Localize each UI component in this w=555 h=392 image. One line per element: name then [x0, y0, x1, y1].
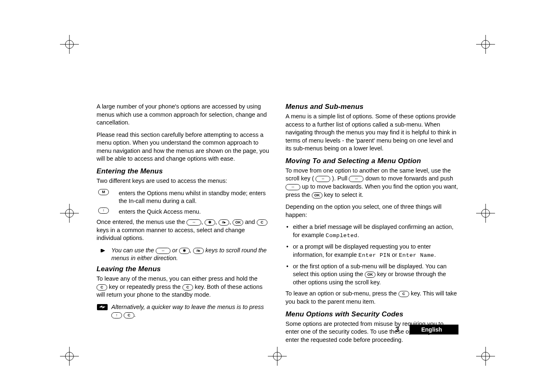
heading-security: Menu Options with Security Codes	[286, 310, 458, 318]
key-up-desc: enters the Quick Access menu.	[119, 208, 269, 216]
list-item: either a brief message will be displayed…	[286, 223, 458, 240]
lcd-text: Enter PIN	[359, 252, 390, 258]
m-key-icon: M	[98, 189, 109, 195]
page-number: 3	[396, 326, 399, 333]
tip-row: You can use the ◦◦ or ✱, #▸ keys to scro…	[97, 247, 269, 263]
hand-point-icon	[97, 247, 108, 254]
hash-key-icon: #▸	[219, 219, 229, 226]
page-footer: 3 English	[396, 325, 458, 334]
list-item: or a prompt will be displayed requesting…	[286, 243, 458, 259]
crop-mark-icon	[476, 204, 495, 223]
heading-entering: Entering the Menus	[97, 167, 269, 175]
c-key-icon: C	[97, 284, 107, 291]
crop-mark-icon	[60, 204, 79, 223]
c-key-icon: C	[182, 284, 193, 291]
list-item: or the first option of a sub-menu will b…	[286, 263, 458, 287]
c-key-icon: C	[398, 291, 409, 297]
leave-option: To leave an option or sub-menu, press th…	[286, 290, 458, 306]
crop-mark-icon	[268, 347, 287, 366]
ok-key-icon: OK	[365, 272, 375, 278]
c-key-icon: C	[124, 312, 134, 318]
key-row-m: M enters the Options menu whilst in stan…	[97, 189, 269, 205]
left-column: A large number of your phone's options a…	[97, 103, 269, 348]
ok-key-icon: OK	[312, 192, 322, 198]
enter-intro: Two different keys are used to access th…	[97, 177, 269, 185]
key-row-up: ↑ enters the Quick Access menu.	[97, 208, 269, 216]
star-key-icon: ✱	[205, 219, 215, 226]
intro-para-2: Please read this section carefully befor…	[97, 131, 269, 163]
scroll-key-icon: ◦◦	[349, 176, 364, 182]
crop-mark-icon	[60, 347, 79, 366]
once-entered: Once entered, the menus use the ◦◦, ✱, #…	[97, 218, 269, 242]
scroll-key-icon: ◦◦	[286, 184, 300, 190]
right-column: Menus and Sub-menus A menu is a simple l…	[286, 103, 458, 348]
scroll-key-icon: ◦◦	[315, 176, 330, 182]
crop-mark-icon	[60, 35, 79, 54]
leave-body: To leave any of the menus, you can eithe…	[97, 275, 269, 299]
key-m-desc: enters the Options menu whilst in standb…	[119, 189, 269, 205]
hash-key-icon: #▸	[193, 248, 204, 254]
up-key-icon: ↑	[98, 208, 109, 214]
submenu-body: A menu is a simple list of options. Some…	[286, 113, 458, 153]
heading-submenus: Menus and Sub-menus	[286, 103, 458, 111]
scroll-key-icon: ◦◦	[156, 248, 170, 254]
alt-row: Alternatively, a quicker way to leave th…	[97, 303, 269, 319]
move-body-2: Depending on the option you select, one …	[286, 203, 458, 219]
heading-moving: Moving To and Selecting a Menu Option	[286, 157, 458, 165]
lcd-text: Enter Name	[399, 252, 434, 258]
scroll-key-icon: ◦◦	[187, 219, 201, 226]
crop-mark-icon	[476, 35, 495, 54]
star-key-icon: ✱	[179, 248, 190, 254]
language-label: English	[410, 325, 458, 334]
flash-badge-icon	[97, 304, 108, 310]
intro-para-1: A large number of your phone's options a…	[97, 103, 269, 127]
c-key-icon: C	[257, 219, 267, 226]
heading-leaving: Leaving the Menus	[97, 265, 269, 273]
options-list: either a brief message will be displayed…	[286, 223, 458, 286]
crop-mark-icon	[476, 347, 495, 366]
up-key-icon: ↑	[111, 312, 122, 318]
lcd-text: Completed	[326, 233, 357, 239]
move-body-1: To move from one option to another on th…	[286, 167, 458, 199]
ok-key-icon: OK	[233, 219, 243, 226]
